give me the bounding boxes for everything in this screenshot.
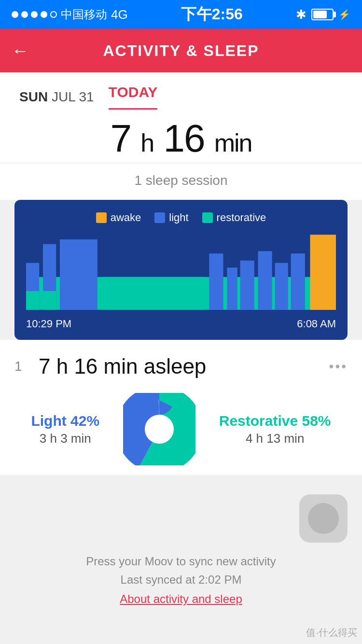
status-bar: 中国移动 4G 下午2:56 ✱ ⚡: [0, 0, 362, 29]
legend-light: light: [154, 211, 188, 224]
today-tab[interactable]: TODAY: [109, 84, 158, 110]
bluetooth-icon: ✱: [296, 7, 306, 22]
svg-rect-6: [227, 267, 237, 310]
date-nav: SUN JUL 31 TODAY: [0, 72, 362, 110]
restorative-label: restorative: [217, 211, 266, 224]
chart-end-time: 6:08 AM: [297, 318, 336, 330]
awake-label: awake: [111, 211, 141, 224]
pie-svg: [123, 393, 195, 465]
h-label: h: [140, 129, 153, 157]
svg-rect-11: [310, 235, 336, 310]
signal-dots: [12, 11, 57, 18]
battery-icon: [311, 9, 334, 20]
sleep-sessions-label: 1 sleep session: [0, 163, 362, 200]
legend-restorative: restorative: [202, 211, 266, 224]
date-nav-wrapper: SUN JUL 31 TODAY: [0, 72, 362, 110]
min-label: min: [214, 129, 252, 157]
sleep-duration-display: 7 h 16 min: [0, 119, 362, 158]
svg-rect-12: [26, 291, 39, 310]
sync-status-text: Press your Moov to sync new activityLast…: [14, 552, 348, 589]
status-time: 下午2:56: [181, 4, 243, 25]
charging-icon: ⚡: [338, 9, 350, 20]
network-label: 4G: [111, 7, 128, 22]
svg-rect-3: [60, 239, 97, 310]
sleep-hours: 7: [111, 117, 131, 160]
session-title: 7 h 16 min asleep: [39, 354, 320, 378]
sync-footer: Press your Moov to sync new activityLast…: [0, 475, 362, 620]
watermark: 值·什么得买: [306, 626, 357, 639]
sleep-minutes: 16: [163, 117, 204, 160]
restorative-time-label: 4 h 13 min: [219, 431, 331, 446]
svg-rect-5: [209, 253, 223, 310]
session-section: 1 7 h 16 min asleep ••• Light 42% 3 h 3 …: [0, 340, 362, 475]
awake-color-box: [96, 212, 107, 223]
svg-rect-8: [258, 251, 272, 310]
svg-rect-9: [275, 263, 288, 310]
chart-times: 10:29 PM 6:08 AM: [26, 318, 336, 330]
chart-legend: awake light restorative: [26, 211, 336, 224]
light-color-box: [154, 212, 165, 223]
prev-date[interactable]: SUN JUL 31: [19, 89, 94, 105]
svg-rect-10: [291, 253, 305, 310]
light-stat: Light 42% 3 h 3 min: [31, 413, 99, 446]
sync-btn-wrapper: [14, 494, 348, 543]
status-left: 中国移动 4G: [12, 7, 128, 22]
chart-start-time: 10:29 PM: [26, 318, 71, 330]
light-time-label: 3 h 3 min: [31, 431, 99, 446]
header: ← ACTIVITY & SLEEP: [0, 29, 362, 72]
svg-rect-4: [101, 277, 205, 310]
restorative-stat: Restorative 58% 4 h 13 min: [219, 413, 331, 446]
session-header: 1 7 h 16 min asleep •••: [14, 354, 348, 378]
sleep-time-section: 7 h 16 min: [0, 110, 362, 163]
status-right: ✱ ⚡: [296, 7, 350, 22]
restorative-color-box: [202, 212, 213, 223]
session-number: 1: [14, 359, 29, 374]
session-stats: Light 42% 3 h 3 min Restorative 58% 4 h …: [14, 393, 348, 465]
sync-inner-circle: [308, 503, 339, 534]
session-more-button[interactable]: •••: [329, 359, 348, 374]
sleep-chart: awake light restorative 10:29 PM: [14, 200, 348, 340]
sync-button[interactable]: [299, 494, 348, 543]
legend-awake: awake: [96, 211, 141, 224]
back-button[interactable]: ←: [12, 41, 29, 61]
bar-chart-svg: [26, 234, 336, 311]
light-label: light: [169, 211, 188, 224]
svg-rect-7: [240, 261, 254, 310]
carrier-label: 中国移动: [61, 7, 107, 22]
light-percent-label: Light 42%: [31, 413, 99, 429]
sleep-pie-chart: [123, 393, 195, 465]
restorative-percent-label: Restorative 58%: [219, 413, 331, 429]
svg-rect-13: [43, 291, 56, 310]
page-title: ACTIVITY & SLEEP: [103, 42, 259, 60]
about-activity-sleep-link[interactable]: About activity and sleep: [14, 592, 348, 606]
